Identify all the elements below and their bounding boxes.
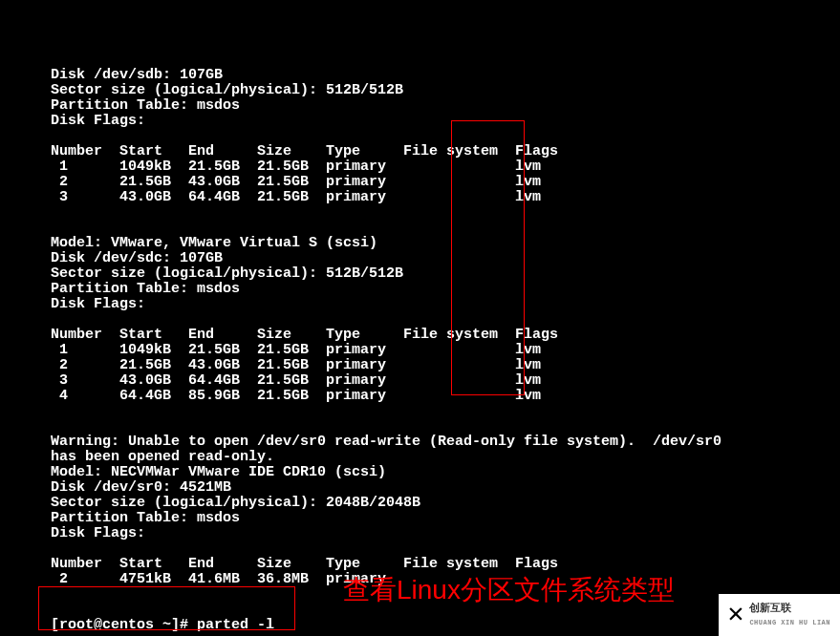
annotation-text: 查看Linux分区文件系统类型 xyxy=(343,583,675,598)
sdb-disk-line: Disk /dev/sdb: 107GB xyxy=(51,67,223,83)
sdb-header: Number Start End Size Type File system F… xyxy=(51,143,558,159)
sr0-header: Number Start End Size Type File system F… xyxy=(51,556,558,572)
sdc-sector-line: Sector size (logical/physical): 512B/512… xyxy=(51,265,403,282)
sr0-flags-line: Disk Flags: xyxy=(51,525,145,541)
warning-line1: Warning: Unable to open /dev/sr0 read-wr… xyxy=(51,434,722,450)
sdc-pt-line: Partition Table: msdos xyxy=(51,281,240,297)
watermark: ✕ 创新互联 CHUANG XIN HU LIAN xyxy=(719,594,840,636)
sr0-pt-line: Partition Table: msdos xyxy=(51,510,240,526)
sdc-row: 3 43.0GB 64.4GB 21.5GB primary lvm xyxy=(51,372,541,389)
sdc-row: 2 21.5GB 43.0GB 21.5GB primary lvm xyxy=(51,357,541,373)
warning-line2: has been opened read-only. xyxy=(51,449,274,465)
terminal-output[interactable]: Disk /dev/sdb: 107GB Sector size (logica… xyxy=(51,53,840,633)
sr0-model-line: Model: NECVMWar VMware IDE CDR10 (scsi) xyxy=(51,464,386,480)
sdc-disk-line: Disk /dev/sdc: 107GB xyxy=(51,250,223,266)
sdc-flags-line: Disk Flags: xyxy=(51,296,145,312)
sr0-sector-line: Sector size (logical/physical): 2048B/20… xyxy=(51,495,420,511)
sdb-row: 1 1049kB 21.5GB 21.5GB primary lvm xyxy=(51,159,541,175)
sdb-flags-line: Disk Flags: xyxy=(51,113,145,129)
watermark-en: CHUANG XIN HU LIAN xyxy=(749,615,830,630)
sdb-sector-line: Sector size (logical/physical): 512B/512… xyxy=(51,82,403,98)
sdc-header: Number Start End Size Type File system F… xyxy=(51,327,558,343)
watermark-cn: 创新互联 xyxy=(749,600,830,615)
sdb-row: 3 43.0GB 64.4GB 21.5GB primary lvm xyxy=(51,189,541,205)
sdc-model-line: Model: VMware, VMware Virtual S (scsi) xyxy=(51,235,377,251)
sdb-row: 2 21.5GB 43.0GB 21.5GB primary lvm xyxy=(51,174,541,190)
sdc-row: 4 64.4GB 85.9GB 21.5GB primary lvm xyxy=(51,388,541,404)
sdc-row: 1 1049kB 21.5GB 21.5GB primary lvm xyxy=(51,342,541,358)
watermark-icon: ✕ xyxy=(728,607,744,623)
prompt-line[interactable]: [root@centos ~]# parted -l xyxy=(51,617,274,633)
sdb-pt-line: Partition Table: msdos xyxy=(51,97,240,114)
sr0-row: 2 4751kB 41.6MB 36.8MB primary xyxy=(51,571,386,587)
sr0-disk-line: Disk /dev/sr0: 4521MB xyxy=(51,479,231,496)
